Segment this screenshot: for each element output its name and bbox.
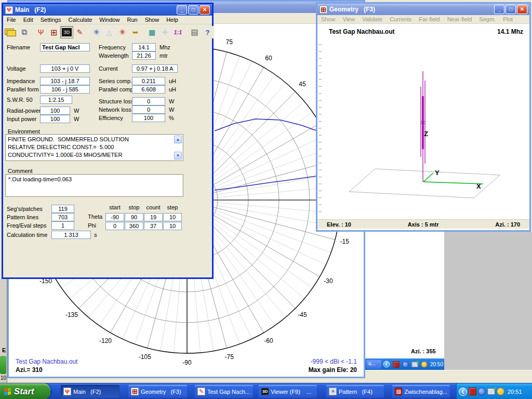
task-geometry[interactable]: Geometry (F3): [128, 385, 187, 398]
sweep-value-box[interactable]: 10: [163, 213, 182, 221]
stat-value-box[interactable]: 119: [51, 205, 74, 213]
menu-item-currents[interactable]: Currents: [386, 15, 415, 23]
geometry-window-titlebar[interactable]: Geometry (F3) _ □ ✕: [317, 4, 529, 15]
menu-item-run[interactable]: Run: [123, 16, 141, 24]
scale-1to1-button[interactable]: 1:1: [171, 26, 184, 38]
start-button[interactable]: Start: [0, 383, 50, 399]
viewer-3d-icon: 3D: [62, 28, 72, 36]
field-value-box[interactable]: 1:2.15: [40, 96, 72, 104]
field-value-box[interactable]: 21.26: [132, 51, 156, 60]
line-chart-icon: [107, 29, 112, 36]
stat-value-box[interactable]: 1.313: [51, 231, 91, 239]
menu-item-show[interactable]: Show: [141, 16, 163, 24]
maximize-button[interactable]: □: [188, 5, 198, 15]
sweep-value-box[interactable]: 90: [125, 213, 143, 221]
scroll-down-icon[interactable]: ▼: [174, 152, 182, 159]
field-value-box[interactable]: 106 - j 585: [40, 85, 90, 94]
menu-item-validate[interactable]: Validate: [358, 15, 386, 23]
menu-item-segm[interactable]: Segm.: [475, 15, 499, 23]
sweep-value-box[interactable]: 10: [163, 222, 182, 230]
field-unit: W: [74, 116, 79, 122]
network-audio-tray-icon[interactable]: [487, 388, 495, 395]
menu-item-plot[interactable]: Plot: [499, 15, 516, 23]
menu-item-edit[interactable]: Edit: [20, 16, 37, 24]
field-value-box[interactable]: 100: [40, 107, 70, 115]
viewer-3d-button[interactable]: 3D: [60, 26, 73, 38]
field-value-box[interactable]: 0: [132, 105, 165, 114]
field-value-box[interactable]: 100: [40, 115, 70, 123]
edit-nec-button[interactable]: [73, 26, 86, 38]
clipboard-window-gray-area: [444, 232, 532, 370]
minimize-button[interactable]: _: [494, 5, 504, 14]
stat-value-box[interactable]: 703: [51, 213, 74, 221]
field-label: S.W.R. 50: [7, 97, 40, 103]
far-field-pattern-button[interactable]: [90, 26, 103, 38]
comment-box[interactable]: *.Out loading-time=0.063: [5, 174, 183, 197]
field-row-efficiency: Efficiency100%: [99, 114, 174, 122]
task-clipboard[interactable]: Zwischenablag...: [392, 385, 450, 398]
environment-box[interactable]: FINITE GROUND. SOMMERFELD SOLUTIONRELATI…: [5, 134, 183, 161]
field-value-box[interactable]: 100: [132, 114, 165, 122]
field-row-structure-loss: Structure loss0W: [99, 97, 174, 105]
maximize-button[interactable]: □: [506, 5, 516, 14]
geometry-edit-button[interactable]: [47, 26, 60, 38]
clipboard-azimuth-label: Azi. : 355: [411, 348, 436, 354]
minimize-button[interactable]: _: [177, 5, 187, 15]
red-app-tray-icon[interactable]: [469, 388, 476, 395]
messenger-tray-icon[interactable]: [421, 361, 427, 367]
help-button[interactable]: ?: [201, 26, 214, 38]
field-value-box[interactable]: 0.97 + j 0.18 A: [132, 64, 178, 73]
scroll-up-icon[interactable]: ▲: [174, 136, 182, 143]
sweep-value-box[interactable]: 0: [105, 222, 124, 230]
browser-tray-icon[interactable]: [478, 388, 486, 395]
field-value-box[interactable]: 14.1: [132, 43, 156, 51]
menu-item-window[interactable]: Window: [96, 16, 123, 24]
sweep-value-box[interactable]: 37: [144, 222, 163, 230]
menu-item-calculate[interactable]: Calculate: [64, 16, 96, 24]
pattern-3d-button[interactable]: [116, 26, 129, 38]
save-copy-button[interactable]: [18, 26, 31, 38]
field-value-box[interactable]: 103 - j 18.7: [40, 77, 90, 85]
calculator-button[interactable]: [145, 26, 158, 38]
task-viewer[interactable]: Viewer (F9) ...: [259, 385, 317, 398]
red-app-tray-icon[interactable]: [393, 361, 399, 367]
geometry-window: Geometry (F3) _ □ ✕ ShowViewValidateCurr…: [316, 2, 531, 232]
field-value-box[interactable]: 0.211: [132, 77, 165, 85]
collapse-chevron-icon[interactable]: [383, 361, 390, 368]
collapse-chevron-icon[interactable]: [459, 388, 467, 396]
sweep-value-box[interactable]: 19: [144, 213, 163, 221]
task-pattern[interactable]: Pattern (F4): [326, 385, 384, 398]
menu-item-help[interactable]: Help: [163, 16, 182, 24]
x-axis: [423, 182, 483, 184]
close-button[interactable]: ✕: [200, 5, 210, 15]
book-button[interactable]: [188, 26, 201, 38]
main-window-titlebar[interactable]: Main (F2) _ □ ✕: [3, 4, 212, 16]
network-audio-tray-icon[interactable]: [411, 362, 418, 367]
menu-item-view[interactable]: View: [339, 15, 359, 23]
polar-angle-label: -105: [139, 353, 151, 361]
field-value-box[interactable]: 6.608: [132, 85, 165, 94]
field-value-box[interactable]: 0: [132, 97, 165, 105]
task-testgap[interactable]: Test Gap Nach...: [195, 385, 253, 398]
menu-item-farfield[interactable]: Far-field: [415, 15, 443, 23]
field-value-box[interactable]: 103 + j 0 V: [40, 64, 90, 73]
menu-item-file[interactable]: File: [3, 16, 20, 24]
menu-item-show[interactable]: Show: [317, 15, 339, 23]
move-tool-button: [158, 26, 171, 38]
task-main[interactable]: Main (F2): [61, 385, 119, 398]
field-value-box[interactable]: Test Gap Nacl: [40, 43, 90, 51]
antenna-3d-scene[interactable]: XYZ: [317, 24, 529, 219]
close-button[interactable]: ✕: [517, 5, 527, 14]
export-button[interactable]: [129, 26, 142, 38]
field-unit: W: [74, 108, 79, 114]
sweep-value-box[interactable]: -90: [105, 213, 124, 221]
sweep-value-box[interactable]: 360: [125, 222, 143, 230]
task-button-label: Geometry (F3): [141, 389, 181, 395]
open-file-button[interactable]: [5, 26, 18, 38]
antenna-tool-button[interactable]: [34, 26, 47, 38]
menu-item-settings[interactable]: Settings: [37, 16, 65, 24]
stat-value-box[interactable]: 1: [51, 221, 74, 230]
browser-tray-icon[interactable]: [402, 361, 408, 367]
menu-item-nearfield[interactable]: Near-field: [444, 15, 476, 23]
messenger-tray-icon[interactable]: [497, 388, 504, 395]
